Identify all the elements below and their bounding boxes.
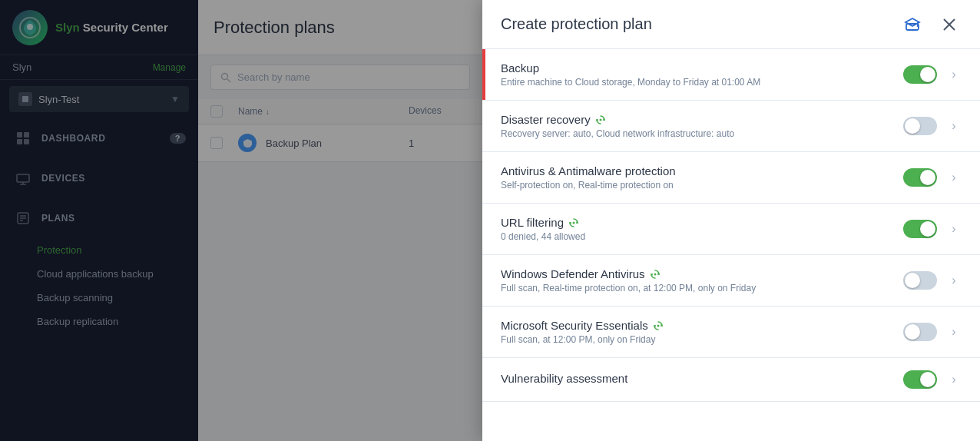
protection-item-windows-defender: Windows Defender Antivirus Full scan, Re… (482, 255, 980, 307)
chevron-right-icon-url-filtering[interactable]: › (946, 222, 962, 236)
chevron-right-icon-backup[interactable]: › (946, 68, 962, 81)
protection-controls-disaster-recovery: › (903, 117, 962, 135)
toggle-knob-vulnerability (920, 372, 935, 387)
toggle-knob-ms-security (905, 324, 920, 340)
sync-icon (595, 114, 606, 125)
protection-info-disaster-recovery: Disaster recovery Recovery server: auto,… (501, 113, 903, 139)
chevron-right-icon-ms-security[interactable]: › (946, 325, 962, 339)
protection-info-vulnerability: Vulnerability assessment (501, 372, 903, 387)
protection-item-antivirus: Antivirus & Antimalware protection Self-… (482, 152, 980, 204)
protection-info-antivirus: Antivirus & Antimalware protection Self-… (501, 164, 903, 191)
protection-controls-antivirus: › (903, 168, 962, 187)
protection-desc-disaster-recovery: Recovery server: auto, Cloud network inf… (501, 128, 903, 139)
protection-info-windows-defender: Windows Defender Antivirus Full scan, Re… (501, 267, 903, 293)
protection-info-backup: Backup Entire machine to Cloud storage, … (501, 61, 903, 88)
toggle-knob-backup (920, 67, 935, 82)
toggle-vulnerability[interactable] (903, 370, 937, 389)
protection-info-ms-security: Microsoft Security Essentials Full scan,… (501, 319, 903, 345)
protection-item-ms-security: Microsoft Security Essentials Full scan,… (482, 307, 980, 358)
toggle-url-filtering[interactable] (903, 220, 937, 238)
protection-controls-url-filtering: › (903, 220, 962, 238)
toggle-knob-disaster-recovery (905, 118, 920, 134)
protection-name-backup: Backup (501, 61, 903, 75)
toggle-antivirus[interactable] (903, 168, 937, 187)
svg-point-21 (599, 118, 601, 121)
protection-controls-backup: › (903, 65, 962, 84)
protection-controls-vulnerability: › (903, 370, 962, 389)
graduation-cap-icon (904, 16, 921, 33)
protection-controls-windows-defender: › (903, 271, 962, 290)
svg-point-24 (657, 324, 659, 327)
protection-desc-antivirus: Self-protection on, Real-time protection… (501, 180, 903, 191)
toggle-knob-windows-defender (905, 273, 920, 288)
modal-body: Backup Entire machine to Cloud storage, … (482, 49, 980, 441)
protection-item-url-filtering: URL filtering 0 denied, 44 allowed › (482, 204, 980, 255)
close-button[interactable] (937, 12, 962, 37)
toggle-windows-defender[interactable] (903, 271, 937, 290)
create-protection-modal: Create protection plan Backup (482, 0, 980, 441)
chevron-right-icon-antivirus[interactable]: › (946, 171, 962, 184)
toggle-backup[interactable] (903, 65, 937, 84)
protection-desc-windows-defender: Full scan, Real-time protection on, at 1… (501, 283, 903, 293)
svg-point-22 (572, 221, 574, 224)
close-icon (942, 18, 956, 32)
protection-controls-ms-security: › (903, 323, 962, 341)
protection-name-antivirus: Antivirus & Antimalware protection (501, 164, 903, 177)
protection-name-disaster-recovery: Disaster recovery (501, 113, 903, 126)
toggle-knob-antivirus (920, 170, 935, 185)
svg-point-23 (654, 273, 656, 275)
sync-icon (653, 320, 664, 331)
protection-desc-url-filtering: 0 denied, 44 allowed (501, 231, 903, 242)
protection-item-backup: Backup Entire machine to Cloud storage, … (482, 49, 980, 101)
help-button[interactable] (900, 12, 925, 37)
protection-name-windows-defender: Windows Defender Antivirus (501, 267, 903, 280)
modal-header-actions (900, 12, 962, 37)
toggle-disaster-recovery[interactable] (903, 117, 937, 135)
toggle-ms-security[interactable] (903, 323, 937, 341)
modal-header: Create protection plan (482, 0, 980, 49)
modal-title: Create protection plan (501, 15, 652, 33)
chevron-right-icon-disaster-recovery[interactable]: › (946, 119, 962, 133)
protection-item-disaster-recovery: Disaster recovery Recovery server: auto,… (482, 101, 980, 152)
protection-desc-ms-security: Full scan, at 12:00 PM, only on Friday (501, 334, 903, 345)
toggle-knob-url-filtering (920, 221, 935, 237)
protection-info-url-filtering: URL filtering 0 denied, 44 allowed (501, 216, 903, 242)
protection-desc-backup: Entire machine to Cloud storage, Monday … (501, 77, 903, 88)
chevron-right-icon-vulnerability[interactable]: › (946, 373, 962, 386)
chevron-right-icon-windows-defender[interactable]: › (946, 274, 962, 287)
protection-name-url-filtering: URL filtering (501, 216, 903, 229)
protection-name-vulnerability: Vulnerability assessment (501, 372, 903, 385)
protection-name-ms-security: Microsoft Security Essentials (501, 319, 903, 332)
protection-item-vulnerability: Vulnerability assessment › (482, 358, 980, 402)
sync-icon (650, 269, 661, 280)
sync-icon (568, 217, 579, 228)
